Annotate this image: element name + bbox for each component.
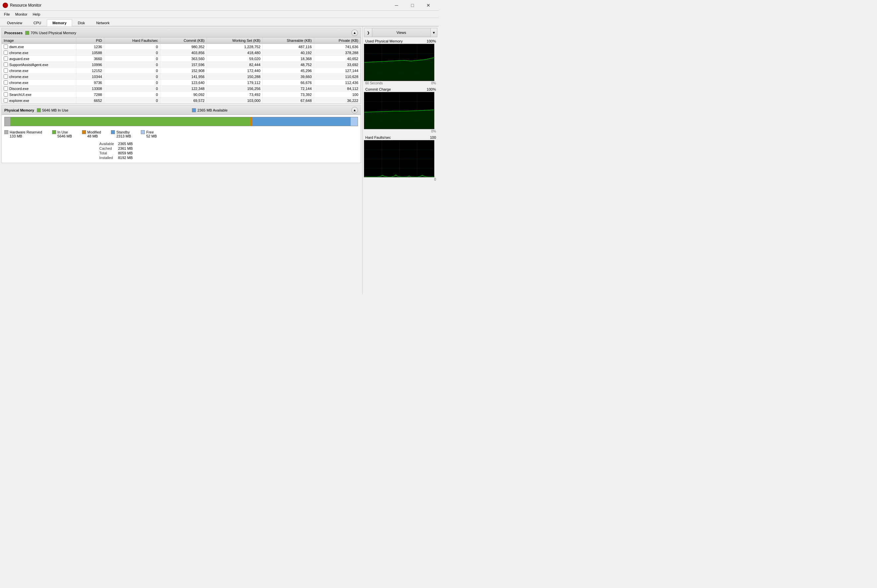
legend-inuse-color [52,130,56,134]
processes-status: 70% Used Physical Memory [25,31,76,35]
table-row[interactable]: SearchUI.exe 7288 0 90,092 73,492 73,392… [1,92,361,98]
row-checkbox[interactable] [4,98,8,103]
tab-overview[interactable]: Overview [1,19,28,26]
legend-modified-color [82,130,86,134]
memory-bar-container [1,115,361,128]
window-title: Resource Monitor [10,3,389,8]
physical-memory-status2-text: 2365 MB Available [197,108,228,112]
tab-memory[interactable]: Memory [47,19,72,26]
col-shareable[interactable]: Shareable (KB) [263,38,314,44]
cell-commit: 122,348 [160,86,207,92]
col-hard-faults[interactable]: Hard Faults/sec [104,38,160,44]
views-expand-button[interactable]: ❯ [364,28,372,37]
cell-working-set: 1,228,752 [207,44,262,50]
detail-cached-value: 2361 MB [116,146,135,151]
cell-working-set: 156,256 [207,86,262,92]
graph-hard-faults: Hard Faults/sec 100 [364,135,437,182]
tab-cpu[interactable]: CPU [28,19,47,26]
cell-hard-faults: 0 [104,98,160,104]
legend-inuse-label-row: In Use [52,130,68,134]
cell-image: dwm.exe [1,44,76,50]
graph-used-physical-memory-svg [364,44,434,81]
tab-disk[interactable]: Disk [72,19,90,26]
physical-memory-status-dot [37,108,41,112]
processes-table-header-row: Image PID Hard Faults/sec Commit (KB) [1,38,361,44]
minimize-button[interactable]: ─ [389,0,404,10]
svg-marker-13 [364,110,434,129]
cell-private: 100 [314,92,360,98]
table-row[interactable]: dwm.exe 1236 0 980,352 1,228,752 487,116… [1,44,361,50]
menu-help[interactable]: Help [30,12,43,17]
table-row[interactable]: SupportAssistAgent.exe 10996 0 157,596 8… [1,62,361,68]
cell-image: chrome.exe [1,80,76,86]
process-name: avguard.exe [9,57,30,61]
physical-memory-title: Physical Memory [4,108,34,112]
views-dropdown-button[interactable]: ▼ [430,28,437,37]
graph-hard-faults-footer: 0 [364,177,437,182]
cell-shareable: 40,192 [263,50,314,56]
table-row[interactable]: explorer.exe 6652 0 69,572 103,000 67,64… [1,98,361,104]
legend-hardware-reserved-value: 133 MB [4,134,22,138]
app-icon [3,3,8,8]
cell-commit: 69,572 [160,98,207,104]
col-pid[interactable]: PID [76,38,104,44]
row-checkbox[interactable] [4,92,8,97]
col-private[interactable]: Private (KB) [314,38,360,44]
table-row[interactable]: avguard.exe 3660 0 363,560 59,020 18,368… [1,56,361,62]
menu-file[interactable]: File [1,12,13,17]
graph-hard-faults-percent: 100 [430,135,436,140]
row-checkbox[interactable] [4,62,8,67]
col-commit[interactable]: Commit (KB) [160,38,207,44]
graph-hard-faults-footer-right: 0 [434,178,436,181]
legend-free-label-row: Free [141,130,154,134]
row-checkbox[interactable] [4,68,8,73]
cell-image: Discord.exe [1,86,76,92]
processes-table-container[interactable]: Image PID Hard Faults/sec Commit (KB) [1,38,361,104]
cell-working-set: 73,492 [207,92,262,98]
cell-hard-faults: 0 [104,74,160,80]
cell-shareable: 72,144 [263,86,314,92]
table-row[interactable]: chrome.exe 9736 0 123,640 179,112 66,676… [1,80,361,86]
physical-memory-collapse-button[interactable]: ▲ [351,107,358,114]
graph-commit-charge-percent: 100% [427,87,436,91]
legend-free: Free 52 MB [141,130,157,138]
table-row[interactable]: chrome.exe 10588 0 403,856 418,480 40,19… [1,50,361,56]
row-checkbox[interactable] [4,80,8,85]
table-row[interactable]: chrome.exe 12152 0 152,908 172,440 45,29… [1,68,361,74]
detail-total-label: Total [97,151,116,155]
maximize-button[interactable]: □ [405,0,420,10]
cell-private: 84,112 [314,86,360,92]
cell-shareable: 18,368 [263,56,314,62]
menu-monitor[interactable]: Monitor [13,12,30,17]
cell-working-set: 179,112 [207,80,262,86]
row-checkbox[interactable] [4,74,8,79]
graph-hard-faults-canvas [364,140,434,177]
cell-private: 40,652 [314,56,360,62]
detail-installed: Installed 8192 MB [97,155,135,160]
cell-image: chrome.exe [1,68,76,74]
row-checkbox[interactable] [4,86,8,91]
close-button[interactable]: ✕ [421,0,436,10]
graph-commit-charge-header: Commit Charge 100% [364,87,437,92]
graph-commit-charge-svg [364,92,434,129]
cell-commit: 123,640 [160,80,207,86]
cell-pid: 10588 [76,50,104,56]
tab-network[interactable]: Network [91,19,115,26]
detail-installed-label: Installed [97,155,116,160]
col-image[interactable]: Image [1,38,76,44]
row-checkbox[interactable] [4,51,8,55]
col-pid-label: PID [96,39,102,42]
row-checkbox[interactable] [4,45,8,49]
right-panel-header: ❯ Views ▼ [364,28,437,37]
cell-hard-faults: 0 [104,44,160,50]
table-row[interactable]: chrome.exe 10344 0 141,956 150,288 39,66… [1,74,361,80]
cell-pid: 10996 [76,62,104,68]
processes-collapse-button[interactable]: ▲ [351,30,358,36]
col-working-set[interactable]: Working Set (KB) [207,38,262,44]
cell-shareable: 487,116 [263,44,314,50]
cell-image: avguard.exe [1,56,76,62]
table-row[interactable]: Discord.exe 13308 0 122,348 156,256 72,1… [1,86,361,92]
cell-commit: 141,956 [160,74,207,80]
cell-pid: 10344 [76,74,104,80]
row-checkbox[interactable] [4,57,8,61]
